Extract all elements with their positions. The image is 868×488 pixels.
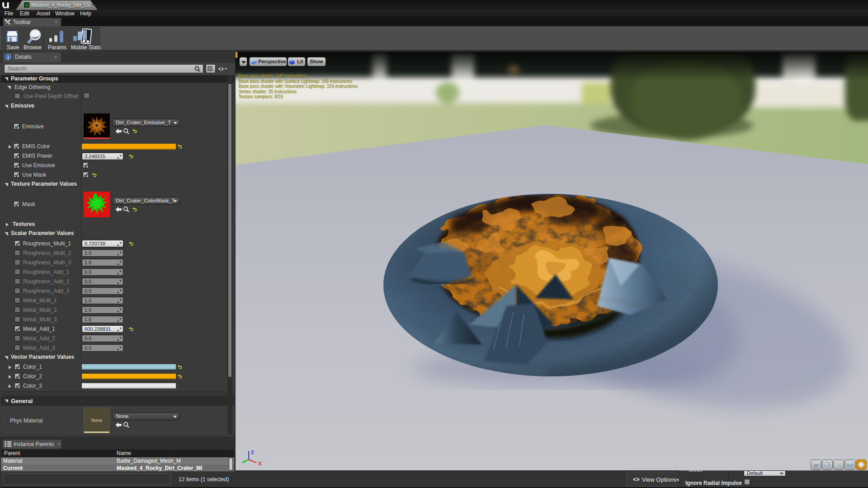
svg-text:X: X [258,461,262,466]
svg-text:Z: Z [251,450,254,455]
svg-text:i: i [8,55,9,60]
